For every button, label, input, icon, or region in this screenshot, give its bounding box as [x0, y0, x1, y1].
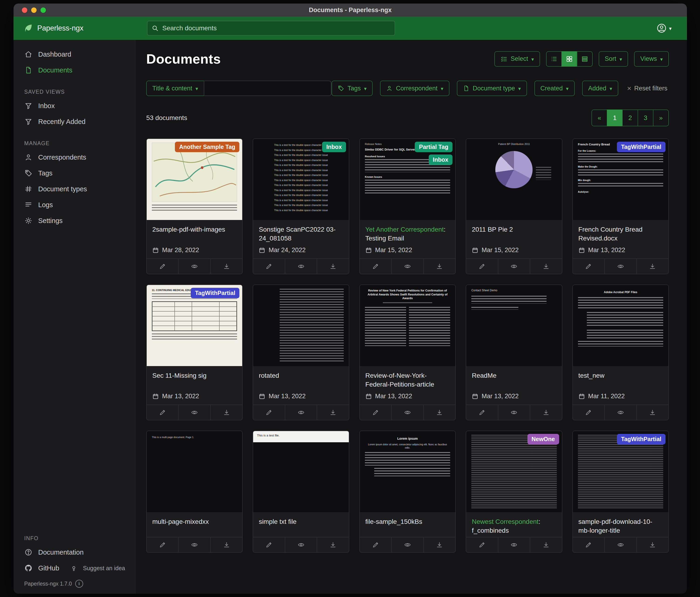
document-card[interactable]: NewOne Newest Correspondent: f_combineds: [466, 431, 562, 553]
sidebar-item-correspondents[interactable]: Correspondents: [14, 149, 135, 165]
user-menu[interactable]: ▾: [656, 23, 672, 33]
document-title[interactable]: simple txt file: [259, 517, 343, 526]
document-title[interactable]: Review-of-New-York-Federal-Petitions-art…: [365, 371, 450, 389]
edit-document-button[interactable]: [360, 538, 392, 552]
pagination-page-2[interactable]: 2: [622, 110, 638, 126]
edit-document-button[interactable]: [147, 538, 179, 552]
reset-filters-button[interactable]: × Reset filters: [626, 85, 669, 92]
document-thumbnail[interactable]: 11. CONTINUING MEDICAL EDUCA TagWithPart…: [147, 285, 242, 366]
download-document-button[interactable]: [424, 259, 455, 274]
edit-document-button[interactable]: [253, 259, 285, 274]
edit-document-button[interactable]: [573, 538, 605, 552]
sidebar-item-documentation[interactable]: Documentation: [14, 544, 135, 560]
view-document-button[interactable]: [605, 538, 637, 552]
document-title[interactable]: Sec 11-Missing sig: [152, 371, 236, 380]
document-card[interactable]: This is a multi page document. Page 1. m…: [146, 431, 243, 553]
document-title[interactable]: Yet Another Correspondent: Testing Email: [365, 225, 450, 243]
tag-badge[interactable]: Another Sample Tag: [175, 142, 240, 152]
edit-document-button[interactable]: [253, 405, 285, 420]
view-document-button[interactable]: [285, 259, 317, 274]
document-thumbnail[interactable]: Another Sample Tag: [147, 139, 242, 220]
sidebar-item-document-types[interactable]: Document types: [14, 181, 135, 197]
document-thumbnail[interactable]: This is a multi page document. Page 1.: [147, 431, 242, 512]
brand[interactable]: Paperless-ngx: [23, 23, 83, 33]
document-card[interactable]: Review of New York Federal Petitions for…: [359, 285, 456, 421]
view-document-button[interactable]: [392, 259, 424, 274]
document-card[interactable]: This is a test for the double space char…: [253, 138, 349, 274]
download-document-button[interactable]: [530, 259, 562, 274]
download-document-button[interactable]: [211, 259, 242, 274]
document-thumbnail[interactable]: Contact Sheet Demo: [466, 285, 562, 366]
created-filter-button[interactable]: Created ▾: [534, 80, 575, 96]
document-title[interactable]: test_new: [578, 371, 663, 380]
select-button[interactable]: Select ▾: [494, 51, 540, 67]
search-input[interactable]: [162, 24, 391, 32]
title-content-dropdown[interactable]: Title & content ▾: [146, 80, 204, 96]
view-document-button[interactable]: [392, 538, 424, 552]
document-card[interactable]: Release Notes Simba ODBC Driver for SQL …: [359, 138, 456, 274]
document-thumbnail[interactable]: Patient BP Distribution 2011: [466, 139, 562, 220]
download-document-button[interactable]: [637, 405, 668, 420]
tag-badge[interactable]: TagWithPartial: [617, 434, 666, 445]
view-document-button[interactable]: [179, 538, 210, 552]
sort-button[interactable]: Sort ▾: [599, 51, 628, 67]
tag-badge[interactable]: Inbox: [429, 154, 453, 165]
document-card[interactable]: Another Sample Tag 2sample-pdf-with-imag…: [146, 138, 243, 274]
view-document-button[interactable]: [605, 259, 637, 274]
pagination-page-1[interactable]: 1: [607, 110, 623, 126]
download-document-button[interactable]: [317, 405, 349, 420]
document-title[interactable]: multi-page-mixedxx: [152, 517, 236, 526]
document-card[interactable]: Adobe Acrobat PDF Files test_new Mar 11,…: [572, 285, 669, 421]
document-thumbnail[interactable]: Release Notes Simba ODBC Driver for SQL …: [360, 139, 455, 220]
view-document-button[interactable]: [179, 259, 210, 274]
document-title[interactable]: rotated: [259, 371, 343, 380]
sidebar-item-documents[interactable]: Documents: [14, 62, 135, 78]
document-thumbnail[interactable]: Review of New York Federal Petitions for…: [360, 285, 455, 366]
sidebar-item-settings[interactable]: Settings: [14, 213, 135, 229]
tag-badge[interactable]: TagWithPartial: [191, 288, 240, 298]
view-document-button[interactable]: [498, 259, 530, 274]
pagination-prev[interactable]: «: [592, 110, 607, 126]
edit-document-button[interactable]: [466, 259, 498, 274]
document-card[interactable]: TagWithPartial sample-pdf-download-10-mb…: [572, 431, 669, 553]
edit-document-button[interactable]: [360, 259, 392, 274]
download-document-button[interactable]: [637, 538, 668, 552]
document-thumbnail[interactable]: This is a test file.: [253, 431, 349, 512]
sidebar-item-inbox[interactable]: Inbox: [14, 98, 135, 114]
edit-document-button[interactable]: [466, 405, 498, 420]
document-title[interactable]: French Country Bread Revised.docx: [578, 225, 663, 243]
pagination-next[interactable]: »: [653, 110, 669, 126]
tag-badge[interactable]: Inbox: [322, 142, 346, 152]
download-document-button[interactable]: [530, 405, 562, 420]
search-bar[interactable]: [147, 21, 395, 35]
filter-text-input[interactable]: [204, 80, 331, 96]
edit-document-button[interactable]: [147, 259, 179, 274]
document-title[interactable]: sample-pdf-download-10-mb-longer-title: [578, 517, 663, 535]
document-title[interactable]: Sonstige ScanPC2022 03-24_081058: [259, 225, 343, 243]
document-card[interactable]: Patient BP Distribution 2011 2011 BP Pie…: [466, 138, 562, 274]
sidebar-item-github[interactable]: GitHub: [14, 560, 64, 576]
view-document-button[interactable]: [498, 538, 530, 552]
sidebar-item-recently-added[interactable]: Recently Added: [14, 114, 135, 129]
download-document-button[interactable]: [317, 259, 349, 274]
close-window-button[interactable]: [22, 7, 27, 13]
document-card[interactable]: Lorem ipsum Lorem ipsum dolor sit amet, …: [359, 431, 456, 553]
document-card[interactable]: This is a test file. simple txt file: [253, 431, 349, 553]
document-correspondent[interactable]: Yet Another Correspondent: [365, 226, 444, 233]
edit-document-button[interactable]: [360, 405, 392, 420]
document-title[interactable]: ReadMe: [472, 371, 556, 380]
document-title[interactable]: 2sample-pdf-with-images: [152, 225, 236, 234]
document-thumbnail[interactable]: Adobe Acrobat PDF Files: [573, 285, 668, 366]
view-document-button[interactable]: [498, 405, 530, 420]
document-thumbnail[interactable]: [253, 285, 349, 366]
document-thumbnail[interactable]: Lorem ipsum Lorem ipsum dolor sit amet, …: [360, 431, 455, 512]
download-document-button[interactable]: [211, 405, 242, 420]
download-document-button[interactable]: [637, 259, 668, 274]
download-document-button[interactable]: [424, 405, 455, 420]
sidebar-item-dashboard[interactable]: Dashboard: [14, 46, 135, 62]
pagination-page-3[interactable]: 3: [638, 110, 653, 126]
edit-document-button[interactable]: [573, 259, 605, 274]
sidebar-item-logs[interactable]: Logs: [14, 197, 135, 213]
document-thumbnail[interactable]: French Country Bread For the Loaves: Mak…: [573, 139, 668, 220]
cards-view-button[interactable]: [577, 51, 593, 67]
